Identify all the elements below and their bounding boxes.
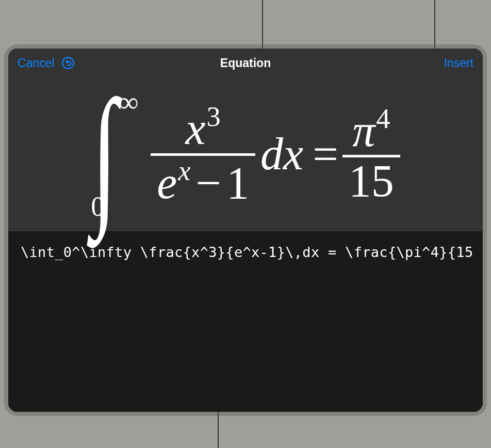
callout-line-insert xyxy=(434,0,435,49)
minus-sign: − xyxy=(195,158,221,208)
fraction-integrand: x3 ex−1 xyxy=(151,102,255,207)
equation-dialog: Cancel Equation Insert ∫ ∞ 0 x3 xyxy=(8,49,483,412)
equation-preview: ∫ ∞ 0 x3 ex−1 dx = π4 15 xyxy=(8,77,483,231)
callout-line-editor xyxy=(218,412,219,448)
equals-sign: = xyxy=(313,132,338,177)
dialog-title: Equation xyxy=(220,56,271,70)
denominator-one: 1 xyxy=(226,158,249,208)
fraction-denominator: ex−1 xyxy=(151,156,255,207)
numerator-base: x xyxy=(185,104,205,154)
pi-symbol: π xyxy=(352,106,375,156)
fraction-numerator: x3 xyxy=(179,102,226,153)
pi-exponent: 4 xyxy=(376,103,390,134)
denominator-e: e xyxy=(157,158,177,208)
result-denominator: 15 xyxy=(342,157,400,205)
fraction-result: π4 15 xyxy=(342,104,400,205)
cancel-button[interactable]: Cancel xyxy=(18,56,55,70)
integral-symbol: ∫ ∞ 0 xyxy=(86,92,148,216)
rendered-equation: ∫ ∞ 0 x3 ex−1 dx = π4 15 xyxy=(86,92,400,216)
denominator-e-exponent: x xyxy=(178,155,190,186)
dialog-header: Cancel Equation Insert xyxy=(8,49,483,77)
insert-button[interactable]: Insert xyxy=(444,56,473,70)
latex-editor-area[interactable] xyxy=(8,231,483,412)
integral-lower-bound: 0 xyxy=(91,193,105,220)
callout-line-preview xyxy=(262,0,263,49)
result-numerator: π4 xyxy=(346,104,396,155)
svg-point-0 xyxy=(62,57,74,69)
undo-circle-icon[interactable] xyxy=(61,56,75,70)
differential-dx: dx xyxy=(260,132,303,177)
latex-source-input[interactable] xyxy=(20,244,473,261)
integral-upper-bound: ∞ xyxy=(119,88,139,116)
numerator-exponent: 3 xyxy=(207,101,221,132)
header-left-group: Cancel xyxy=(18,56,75,70)
